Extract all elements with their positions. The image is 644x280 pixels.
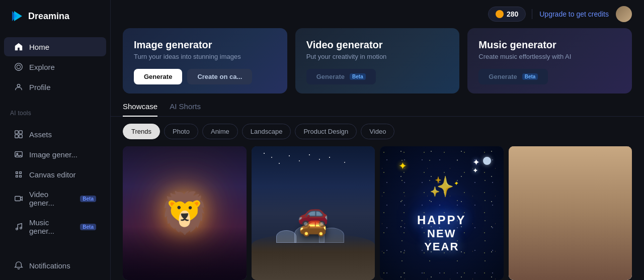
svg-point-12 <box>20 227 22 229</box>
music-card-beta: Beta <box>522 73 538 80</box>
sidebar-item-music-gen[interactable]: Music gener... Beta <box>4 213 106 240</box>
content-tabs: Showcase AI Shorts <box>111 102 644 117</box>
gallery-image-1[interactable]: 🦁 <box>123 146 247 280</box>
video-generate-label: Generate <box>316 73 345 80</box>
music-generate-label: Generate <box>489 73 517 80</box>
tab-ai-shorts[interactable]: AI Shorts <box>170 102 201 117</box>
sidebar-item-video-gen[interactable]: Video gener... Beta <box>4 185 106 212</box>
svg-marker-13 <box>497 12 502 17</box>
image-card-buttons: Generate Create on ca... <box>134 69 276 84</box>
music-card-desc: Create music effortlessly with AI <box>478 53 621 60</box>
image-gen-icon <box>14 150 23 159</box>
image-generator-card: Image generator Turn your ideas into stu… <box>123 28 287 94</box>
video-gen-icon <box>14 194 23 203</box>
image-generate-button[interactable]: Generate <box>134 69 182 84</box>
svg-rect-5 <box>19 131 22 134</box>
nav-image-gen-label: Image gener... <box>29 150 77 159</box>
nav-home-label: Home <box>29 43 49 51</box>
video-card-title: Video generator <box>306 39 449 51</box>
header: 280 Upgrade to get credits <box>111 0 644 28</box>
canvas-icon <box>14 170 23 179</box>
music-card-buttons: Generate Beta <box>478 69 621 84</box>
nav-assets-label: Assets <box>29 130 52 139</box>
video-generator-card: Video generator Put your creativity in m… <box>295 28 460 94</box>
svg-rect-10 <box>15 197 21 201</box>
music-generator-card: Music generator Create music effortlessl… <box>467 28 632 94</box>
explore-icon <box>14 62 23 71</box>
happy-new-year-text: HAPPY <box>411 213 472 227</box>
sidebar-item-canvas[interactable]: Canvas editor <box>4 165 106 184</box>
main-nav: Home Explore Profile <box>0 32 110 102</box>
filter-pills: Trends Photo Anime Landscape Product Des… <box>111 124 644 146</box>
image-card-desc: Turn your ideas into stunning images <box>134 53 276 60</box>
svg-point-2 <box>15 63 22 70</box>
new-year-text: NEW YEAR <box>411 227 472 253</box>
nav-explore-label: Explore <box>29 63 55 71</box>
credits-value: 280 <box>507 10 518 18</box>
video-card-buttons: Generate Beta <box>306 69 449 84</box>
main-content: 280 Upgrade to get credits Image generat… <box>111 0 644 280</box>
video-card-desc: Put your creativity in motion <box>306 53 449 60</box>
gallery-grid: 🦁 🚗 ✦ ✦ ✦ ✦ <box>111 146 644 280</box>
tab-showcase[interactable]: Showcase <box>123 102 157 117</box>
filter-anime[interactable]: Anime <box>202 124 238 139</box>
music-gen-icon <box>14 222 23 231</box>
svg-rect-4 <box>15 131 18 134</box>
upgrade-button[interactable]: Upgrade to get credits <box>538 7 610 21</box>
filter-photo[interactable]: Photo <box>164 124 198 139</box>
generator-cards: Image generator Turn your ideas into stu… <box>111 28 644 102</box>
video-card-beta: Beta <box>350 73 366 80</box>
home-icon <box>14 42 23 51</box>
nav-video-gen-label: Video gener... <box>29 190 72 207</box>
image-card-title: Image generator <box>134 39 276 51</box>
gallery-image-2[interactable]: 🚗 <box>252 146 375 280</box>
profile-icon <box>14 82 23 91</box>
filter-product-design[interactable]: Product Design <box>295 124 357 139</box>
sidebar-item-image-gen[interactable]: Image gener... <box>4 145 106 164</box>
notifications-icon <box>14 261 23 270</box>
svg-rect-7 <box>19 135 22 138</box>
filter-landscape[interactable]: Landscape <box>242 124 291 139</box>
sidebar-item-explore[interactable]: Explore <box>4 57 106 76</box>
svg-rect-8 <box>15 152 22 157</box>
sidebar-item-home[interactable]: Home <box>4 37 106 56</box>
gallery-image-4[interactable] <box>509 146 632 280</box>
sidebar-item-notifications[interactable]: Notifications <box>4 256 106 275</box>
music-card-title: Music generator <box>478 39 621 51</box>
nav-canvas-label: Canvas editor <box>29 170 76 179</box>
logo-area[interactable]: Dreamina <box>0 0 110 32</box>
tools-nav: Assets Image gener... Canvas editor Vide… <box>0 120 110 245</box>
svg-point-9 <box>17 153 18 155</box>
assets-icon <box>14 130 23 139</box>
user-avatar[interactable] <box>616 6 632 22</box>
svg-point-11 <box>16 228 18 230</box>
gallery-image-3[interactable]: ✦ ✦ ✦ ✦ HAPPY NEW YEAR <box>380 146 504 280</box>
header-divider <box>532 9 532 19</box>
sidebar: Dreamina Home Explore Profile AI tools <box>0 0 111 280</box>
credits-icon <box>496 10 504 18</box>
filter-video[interactable]: Video <box>361 124 394 139</box>
filter-trends[interactable]: Trends <box>123 124 160 139</box>
music-generate-button[interactable]: Generate Beta <box>478 69 548 84</box>
ai-tools-label: AI tools <box>0 102 110 120</box>
music-gen-beta-badge: Beta <box>80 224 96 230</box>
svg-rect-6 <box>15 135 18 138</box>
app-name: Dreamina <box>28 11 69 22</box>
nav-music-gen-label: Music gener... <box>29 218 72 235</box>
svg-point-3 <box>17 84 20 87</box>
sidebar-item-profile[interactable]: Profile <box>4 77 106 97</box>
dreamina-logo-icon <box>10 9 24 23</box>
video-gen-beta-badge: Beta <box>80 196 96 202</box>
nav-profile-label: Profile <box>29 83 51 91</box>
credits-pill[interactable]: 280 <box>488 7 526 22</box>
nav-notifications-label: Notifications <box>29 261 70 270</box>
video-generate-button[interactable]: Generate Beta <box>306 69 376 84</box>
image-canvas-button[interactable]: Create on ca... <box>187 69 252 84</box>
sidebar-item-assets[interactable]: Assets <box>4 125 106 144</box>
